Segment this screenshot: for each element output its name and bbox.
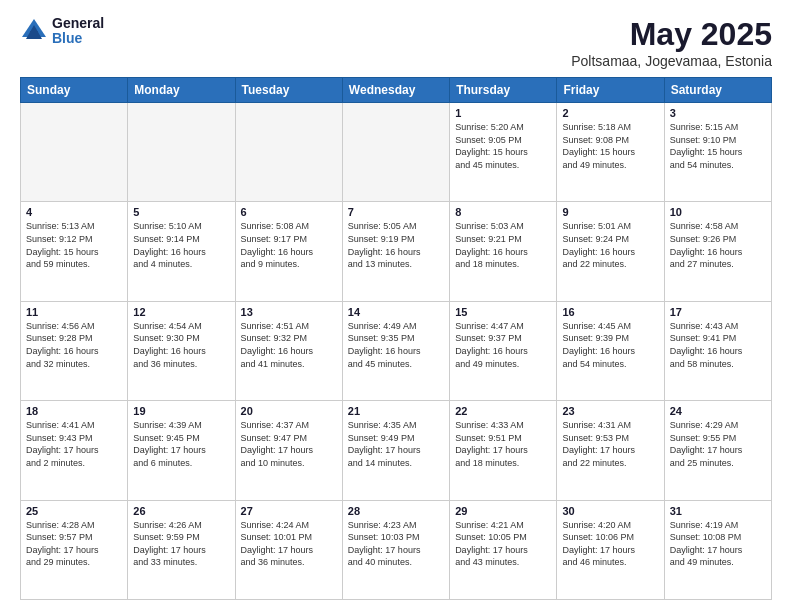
calendar-cell: 3Sunrise: 5:15 AM Sunset: 9:10 PM Daylig…	[664, 103, 771, 202]
calendar-cell: 28Sunrise: 4:23 AM Sunset: 10:03 PM Dayl…	[342, 500, 449, 599]
day-info: Sunrise: 4:39 AM Sunset: 9:45 PM Dayligh…	[133, 419, 229, 469]
calendar-body: 1Sunrise: 5:20 AM Sunset: 9:05 PM Daylig…	[21, 103, 772, 600]
header-tuesday: Tuesday	[235, 78, 342, 103]
day-info: Sunrise: 4:21 AM Sunset: 10:05 PM Daylig…	[455, 519, 551, 569]
calendar-cell: 8Sunrise: 5:03 AM Sunset: 9:21 PM Daylig…	[450, 202, 557, 301]
calendar-cell: 5Sunrise: 5:10 AM Sunset: 9:14 PM Daylig…	[128, 202, 235, 301]
calendar-cell: 19Sunrise: 4:39 AM Sunset: 9:45 PM Dayli…	[128, 401, 235, 500]
calendar-cell	[235, 103, 342, 202]
day-number: 7	[348, 206, 444, 218]
calendar-week-5: 25Sunrise: 4:28 AM Sunset: 9:57 PM Dayli…	[21, 500, 772, 599]
day-number: 9	[562, 206, 658, 218]
header-row: Sunday Monday Tuesday Wednesday Thursday…	[21, 78, 772, 103]
day-info: Sunrise: 4:26 AM Sunset: 9:59 PM Dayligh…	[133, 519, 229, 569]
day-number: 3	[670, 107, 766, 119]
calendar-week-3: 11Sunrise: 4:56 AM Sunset: 9:28 PM Dayli…	[21, 301, 772, 400]
calendar-cell: 10Sunrise: 4:58 AM Sunset: 9:26 PM Dayli…	[664, 202, 771, 301]
day-info: Sunrise: 4:20 AM Sunset: 10:06 PM Daylig…	[562, 519, 658, 569]
calendar-cell: 13Sunrise: 4:51 AM Sunset: 9:32 PM Dayli…	[235, 301, 342, 400]
day-info: Sunrise: 5:03 AM Sunset: 9:21 PM Dayligh…	[455, 220, 551, 270]
calendar-cell: 1Sunrise: 5:20 AM Sunset: 9:05 PM Daylig…	[450, 103, 557, 202]
day-number: 29	[455, 505, 551, 517]
day-info: Sunrise: 4:33 AM Sunset: 9:51 PM Dayligh…	[455, 419, 551, 469]
calendar-title: May 2025	[571, 16, 772, 53]
day-info: Sunrise: 5:10 AM Sunset: 9:14 PM Dayligh…	[133, 220, 229, 270]
day-number: 17	[670, 306, 766, 318]
page: General Blue May 2025 Poltsamaa, Jogevam…	[0, 0, 792, 612]
day-number: 25	[26, 505, 122, 517]
calendar-cell: 7Sunrise: 5:05 AM Sunset: 9:19 PM Daylig…	[342, 202, 449, 301]
day-info: Sunrise: 4:41 AM Sunset: 9:43 PM Dayligh…	[26, 419, 122, 469]
calendar-cell: 6Sunrise: 5:08 AM Sunset: 9:17 PM Daylig…	[235, 202, 342, 301]
calendar-cell: 17Sunrise: 4:43 AM Sunset: 9:41 PM Dayli…	[664, 301, 771, 400]
day-info: Sunrise: 4:43 AM Sunset: 9:41 PM Dayligh…	[670, 320, 766, 370]
day-number: 16	[562, 306, 658, 318]
day-info: Sunrise: 5:18 AM Sunset: 9:08 PM Dayligh…	[562, 121, 658, 171]
day-info: Sunrise: 5:15 AM Sunset: 9:10 PM Dayligh…	[670, 121, 766, 171]
header-saturday: Saturday	[664, 78, 771, 103]
calendar-week-2: 4Sunrise: 5:13 AM Sunset: 9:12 PM Daylig…	[21, 202, 772, 301]
calendar-week-1: 1Sunrise: 5:20 AM Sunset: 9:05 PM Daylig…	[21, 103, 772, 202]
day-number: 27	[241, 505, 337, 517]
calendar-cell: 26Sunrise: 4:26 AM Sunset: 9:59 PM Dayli…	[128, 500, 235, 599]
logo-blue-label: Blue	[52, 31, 104, 46]
calendar-cell: 25Sunrise: 4:28 AM Sunset: 9:57 PM Dayli…	[21, 500, 128, 599]
calendar-cell: 21Sunrise: 4:35 AM Sunset: 9:49 PM Dayli…	[342, 401, 449, 500]
day-number: 20	[241, 405, 337, 417]
day-number: 22	[455, 405, 551, 417]
calendar-cell: 14Sunrise: 4:49 AM Sunset: 9:35 PM Dayli…	[342, 301, 449, 400]
calendar-cell: 24Sunrise: 4:29 AM Sunset: 9:55 PM Dayli…	[664, 401, 771, 500]
calendar-header: Sunday Monday Tuesday Wednesday Thursday…	[21, 78, 772, 103]
day-info: Sunrise: 4:45 AM Sunset: 9:39 PM Dayligh…	[562, 320, 658, 370]
day-info: Sunrise: 4:35 AM Sunset: 9:49 PM Dayligh…	[348, 419, 444, 469]
header: General Blue May 2025 Poltsamaa, Jogevam…	[20, 16, 772, 69]
day-info: Sunrise: 5:08 AM Sunset: 9:17 PM Dayligh…	[241, 220, 337, 270]
day-number: 2	[562, 107, 658, 119]
calendar-cell: 23Sunrise: 4:31 AM Sunset: 9:53 PM Dayli…	[557, 401, 664, 500]
calendar-cell: 2Sunrise: 5:18 AM Sunset: 9:08 PM Daylig…	[557, 103, 664, 202]
day-info: Sunrise: 5:05 AM Sunset: 9:19 PM Dayligh…	[348, 220, 444, 270]
header-monday: Monday	[128, 78, 235, 103]
logo: General Blue	[20, 16, 104, 47]
day-info: Sunrise: 4:31 AM Sunset: 9:53 PM Dayligh…	[562, 419, 658, 469]
day-number: 8	[455, 206, 551, 218]
calendar-week-4: 18Sunrise: 4:41 AM Sunset: 9:43 PM Dayli…	[21, 401, 772, 500]
day-info: Sunrise: 5:13 AM Sunset: 9:12 PM Dayligh…	[26, 220, 122, 270]
day-info: Sunrise: 4:51 AM Sunset: 9:32 PM Dayligh…	[241, 320, 337, 370]
day-number: 12	[133, 306, 229, 318]
day-info: Sunrise: 4:56 AM Sunset: 9:28 PM Dayligh…	[26, 320, 122, 370]
day-number: 11	[26, 306, 122, 318]
logo-icon	[20, 17, 48, 45]
day-number: 15	[455, 306, 551, 318]
day-number: 10	[670, 206, 766, 218]
day-number: 21	[348, 405, 444, 417]
day-number: 30	[562, 505, 658, 517]
calendar-cell: 4Sunrise: 5:13 AM Sunset: 9:12 PM Daylig…	[21, 202, 128, 301]
day-number: 31	[670, 505, 766, 517]
header-friday: Friday	[557, 78, 664, 103]
calendar-cell: 22Sunrise: 4:33 AM Sunset: 9:51 PM Dayli…	[450, 401, 557, 500]
calendar-cell: 20Sunrise: 4:37 AM Sunset: 9:47 PM Dayli…	[235, 401, 342, 500]
calendar-cell: 18Sunrise: 4:41 AM Sunset: 9:43 PM Dayli…	[21, 401, 128, 500]
day-info: Sunrise: 4:47 AM Sunset: 9:37 PM Dayligh…	[455, 320, 551, 370]
day-number: 6	[241, 206, 337, 218]
calendar-table: Sunday Monday Tuesday Wednesday Thursday…	[20, 77, 772, 600]
header-thursday: Thursday	[450, 78, 557, 103]
header-sunday: Sunday	[21, 78, 128, 103]
calendar-cell: 31Sunrise: 4:19 AM Sunset: 10:08 PM Dayl…	[664, 500, 771, 599]
calendar-cell: 12Sunrise: 4:54 AM Sunset: 9:30 PM Dayli…	[128, 301, 235, 400]
day-number: 26	[133, 505, 229, 517]
day-info: Sunrise: 4:49 AM Sunset: 9:35 PM Dayligh…	[348, 320, 444, 370]
day-number: 14	[348, 306, 444, 318]
calendar-subtitle: Poltsamaa, Jogevamaa, Estonia	[571, 53, 772, 69]
logo-general-label: General	[52, 16, 104, 31]
day-info: Sunrise: 5:01 AM Sunset: 9:24 PM Dayligh…	[562, 220, 658, 270]
day-number: 4	[26, 206, 122, 218]
day-number: 28	[348, 505, 444, 517]
day-info: Sunrise: 4:23 AM Sunset: 10:03 PM Daylig…	[348, 519, 444, 569]
calendar-cell	[21, 103, 128, 202]
calendar-cell	[128, 103, 235, 202]
day-info: Sunrise: 4:28 AM Sunset: 9:57 PM Dayligh…	[26, 519, 122, 569]
day-info: Sunrise: 4:24 AM Sunset: 10:01 PM Daylig…	[241, 519, 337, 569]
calendar-cell: 15Sunrise: 4:47 AM Sunset: 9:37 PM Dayli…	[450, 301, 557, 400]
